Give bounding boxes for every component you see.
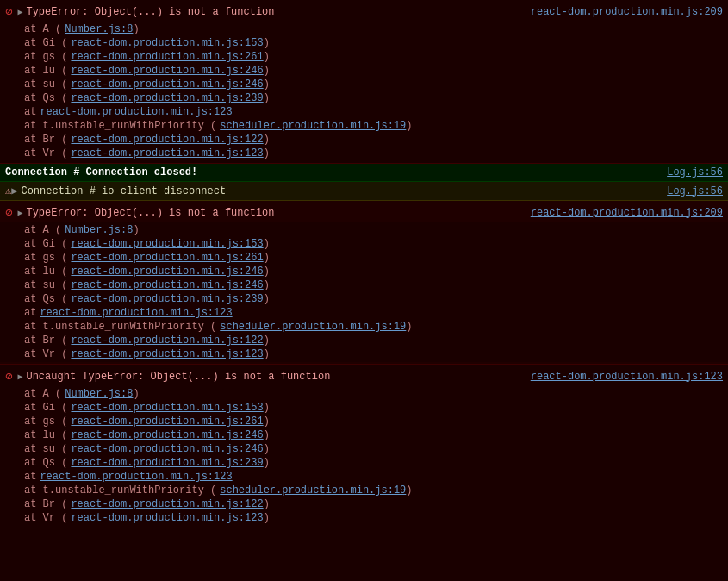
stack-line: at Br (react-dom.production.min.js:122): [24, 133, 728, 147]
stack-line: at su (react-dom.production.min.js:246): [24, 278, 728, 292]
io-disconnect-source[interactable]: Log.js:56: [667, 185, 723, 197]
stack-line: at Qs (react-dom.production.min.js:239): [24, 456, 728, 470]
stack-line: at Br (react-dom.production.min.js:122): [24, 334, 728, 347]
error-header-2[interactable]: ⊘ ▶ TypeError: Object(...) is not a func…: [0, 203, 728, 222]
stack-line: at Br (react-dom.production.min.js:122): [24, 497, 728, 511]
connection-closed-block: Connection # Connection closed! Log.js:5…: [0, 164, 728, 182]
error-header-1[interactable]: ⊘ ▶ TypeError: Object(...) is not a func…: [0, 2, 728, 22]
stack-link[interactable]: react-dom.production.min.js:261: [71, 415, 263, 428]
stack-line: at Vr (react-dom.production.min.js:123): [24, 347, 728, 361]
error-title-2: TypeError: Object(...) is not a function: [26, 207, 530, 219]
connection-closed-title: Connection # Connection closed!: [5, 166, 197, 178]
stack-link[interactable]: react-dom.production.min.js:153: [71, 37, 263, 49]
triangle-3: ▶: [17, 372, 22, 382]
stack-link[interactable]: react-dom.production.min.js:246: [71, 65, 263, 77]
stack-trace-1: at A (Number.js:8) at Gi (react-dom.prod…: [0, 22, 728, 161]
stack-link[interactable]: react-dom.production.min.js:246: [71, 266, 263, 278]
stack-line: at gs (react-dom.production.min.js:261): [24, 251, 728, 265]
error-block-2: ⊘ ▶ TypeError: Object(...) is not a func…: [0, 201, 728, 365]
stack-link[interactable]: react-dom.production.min.js:261: [71, 252, 263, 264]
stack-line: at su (react-dom.production.min.js:246): [24, 442, 728, 456]
warning-icon: ⚠: [5, 184, 11, 197]
stack-link[interactable]: react-dom.production.min.js:246: [71, 429, 263, 441]
stack-link[interactable]: react-dom.production.min.js:123: [71, 348, 263, 360]
stack-line: at Gi (react-dom.production.min.js:153): [24, 237, 728, 251]
stack-line: at A (Number.js:8): [24, 387, 728, 401]
error-icon-3: ⊘: [5, 369, 12, 384]
stack-link[interactable]: react-dom.production.min.js:123: [71, 147, 263, 159]
stack-line: at t.unstable_runWithPriority (scheduler…: [24, 484, 728, 497]
stack-line: at gs (react-dom.production.min.js:261): [24, 50, 728, 64]
stack-trace-3: at A (Number.js:8) at Gi (react-dom.prod…: [0, 386, 728, 526]
stack-line: at t.unstable_runWithPriority (scheduler…: [24, 119, 728, 133]
stack-line: at Vr (react-dom.production.min.js:123): [24, 147, 728, 160]
error-title-1: TypeError: Object(...) is not a function: [26, 6, 530, 18]
console-panel: ⊘ ▶ TypeError: Object(...) is not a func…: [0, 0, 728, 528]
stack-line: at A (Number.js:8): [24, 22, 728, 36]
stack-link[interactable]: react-dom.production.min.js:261: [71, 51, 263, 63]
error-source-3[interactable]: react-dom.production.min.js:123: [531, 371, 723, 383]
stack-line: at Qs (react-dom.production.min.js:239): [24, 292, 728, 306]
error-block-1: ⊘ ▶ TypeError: Object(...) is not a func…: [0, 0, 728, 164]
stack-line: at A (Number.js:8): [24, 223, 728, 237]
stack-line: at Gi (react-dom.production.min.js:153): [24, 36, 728, 50]
stack-link[interactable]: react-dom.production.min.js:123: [40, 106, 232, 118]
stack-link[interactable]: Number.js:8: [65, 224, 133, 236]
stack-line: at su (react-dom.production.min.js:246): [24, 78, 728, 91]
stack-line: at Vr (react-dom.production.min.js:123): [24, 511, 728, 525]
stack-link[interactable]: react-dom.production.min.js:122: [71, 134, 263, 146]
scheduler-link-2[interactable]: scheduler.production.min.js:19: [220, 321, 406, 333]
stack-link[interactable]: react-dom.production.min.js:246: [71, 279, 263, 291]
triangle-2: ▶: [17, 208, 22, 218]
stack-link[interactable]: react-dom.production.min.js:239: [71, 92, 263, 104]
scheduler-link-3[interactable]: scheduler.production.min.js:19: [220, 484, 406, 497]
stack-link[interactable]: react-dom.production.min.js:153: [71, 238, 263, 250]
connection-closed-source[interactable]: Log.js:56: [667, 166, 723, 178]
io-disconnect-title: Connection # io client disconnect: [21, 185, 667, 197]
stack-trace-2: at A (Number.js:8) at Gi (react-dom.prod…: [0, 222, 728, 362]
stack-line: at react-dom.production.min.js:123: [24, 105, 728, 119]
stack-line: at Qs (react-dom.production.min.js:239): [24, 91, 728, 105]
triangle-1: ▶: [17, 7, 22, 17]
stack-link[interactable]: Number.js:8: [65, 388, 133, 400]
io-disconnect-block: ⚠ ▶ Connection # io client disconnect Lo…: [0, 182, 728, 201]
stack-line: at react-dom.production.min.js:123: [24, 306, 728, 320]
error-icon-2: ⊘: [5, 205, 12, 220]
scheduler-link[interactable]: scheduler.production.min.js:19: [220, 120, 406, 132]
error-icon-1: ⊘: [5, 4, 12, 19]
stack-link[interactable]: react-dom.production.min.js:239: [71, 457, 263, 469]
stack-link[interactable]: react-dom.production.min.js:246: [71, 443, 263, 455]
error-source-1[interactable]: react-dom.production.min.js:209: [531, 6, 723, 18]
stack-line: at lu (react-dom.production.min.js:246): [24, 265, 728, 278]
triangle-warning: ▶: [11, 184, 17, 197]
stack-line: at react-dom.production.min.js:123: [24, 470, 728, 484]
stack-line: at gs (react-dom.production.min.js:261): [24, 415, 728, 428]
error-block-3: ⊘ ▶ Uncaught TypeError: Object(...) is n…: [0, 365, 728, 528]
stack-link[interactable]: react-dom.production.min.js:123: [40, 471, 232, 483]
stack-line: at Gi (react-dom.production.min.js:153): [24, 401, 728, 415]
number-js-link[interactable]: Number.js:8: [65, 23, 133, 35]
stack-line: at t.unstable_runWithPriority (scheduler…: [24, 320, 728, 334]
error-title-3: Uncaught TypeError: Object(...) is not a…: [26, 371, 530, 383]
stack-line: at lu (react-dom.production.min.js:246): [24, 64, 728, 78]
stack-link[interactable]: react-dom.production.min.js:122: [71, 498, 263, 510]
error-source-2[interactable]: react-dom.production.min.js:209: [531, 207, 723, 219]
error-header-3[interactable]: ⊘ ▶ Uncaught TypeError: Object(...) is n…: [0, 366, 728, 386]
stack-line: at lu (react-dom.production.min.js:246): [24, 428, 728, 442]
stack-link[interactable]: react-dom.production.min.js:122: [71, 334, 263, 347]
stack-link[interactable]: react-dom.production.min.js:123: [71, 512, 263, 524]
stack-link[interactable]: react-dom.production.min.js:153: [71, 402, 263, 414]
stack-link[interactable]: react-dom.production.min.js:123: [40, 307, 232, 319]
stack-link[interactable]: react-dom.production.min.js:246: [71, 78, 263, 91]
stack-link[interactable]: react-dom.production.min.js:239: [71, 293, 263, 305]
